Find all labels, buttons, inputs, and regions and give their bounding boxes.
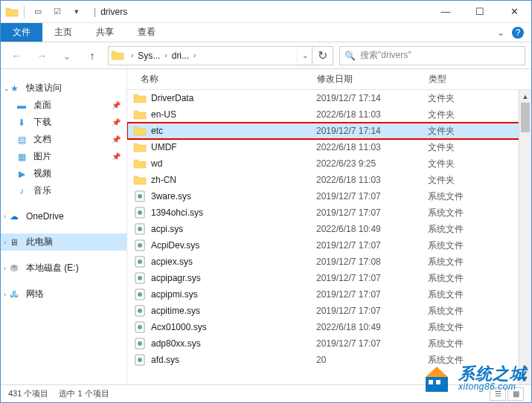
file-row[interactable]: en-US2022/6/18 11:03文件夹 xyxy=(127,106,531,123)
sidebar-videos[interactable]: ▶ 视频 xyxy=(1,165,126,182)
file-row[interactable]: etc2019/12/7 17:14文件夹 xyxy=(127,123,531,139)
minimize-button[interactable]: — xyxy=(429,1,463,23)
file-row[interactable]: 1394ohci.sys2019/12/7 17:07系统文件 xyxy=(127,204,531,221)
network-icon: 🖧 xyxy=(8,288,20,300)
scroll-up-icon[interactable]: ▲ xyxy=(519,90,531,103)
pin-icon: 📌 xyxy=(112,101,121,109)
search-input[interactable]: 🔍 搜索"drivers" xyxy=(339,46,525,65)
column-date[interactable]: 修改日期 xyxy=(317,73,429,86)
main-area: ⌄ ★ 快速访问 ▬ 桌面 📌 ⬇ 下载 📌 ▤ 文档 📌 ▦ 图片 xyxy=(1,69,531,384)
column-type[interactable]: 类型 xyxy=(429,73,531,86)
recent-locations-button[interactable]: ⌄ xyxy=(57,46,77,65)
quick-access-toolbar: ▭ ☑ ▾ xyxy=(1,4,89,20)
sidebar-item-label: 本地磁盘 (E:) xyxy=(26,262,79,274)
file-name: adp80xx.sys xyxy=(151,338,316,349)
file-type: 系统文件 xyxy=(428,256,531,268)
status-selected-count: 选中 1 个项目 xyxy=(59,388,109,399)
sidebar: ⌄ ★ 快速访问 ▬ 桌面 📌 ⬇ 下载 📌 ▤ 文档 📌 ▦ 图片 xyxy=(1,69,127,384)
chevron-down-icon[interactable]: ⌄ xyxy=(4,85,10,92)
sidebar-downloads[interactable]: ⬇ 下载 📌 xyxy=(1,114,126,131)
qat-check-icon[interactable]: ☑ xyxy=(49,4,65,20)
breadcrumb-chevron-icon[interactable]: › xyxy=(190,51,199,59)
ribbon-expand-icon[interactable]: ⌄ xyxy=(497,28,504,38)
up-button[interactable]: ↑ xyxy=(83,46,102,65)
file-row[interactable]: acpi.sys2022/6/18 10:49系统文件 xyxy=(127,221,531,237)
chevron-right-icon[interactable]: › xyxy=(4,291,6,298)
file-row[interactable]: acpipmi.sys2019/12/7 17:07系统文件 xyxy=(127,286,531,303)
file-type: 文件夹 xyxy=(428,125,531,138)
sidebar-desktop[interactable]: ▬ 桌面 📌 xyxy=(1,97,126,114)
window-title: drivers xyxy=(100,7,127,17)
file-date: 2019/12/7 17:07 xyxy=(316,273,428,283)
sidebar-item-label: 快速访问 xyxy=(26,82,62,94)
file-date: 2019/12/7 17:07 xyxy=(316,306,428,316)
help-icon[interactable]: ? xyxy=(512,27,524,39)
sysfile-icon xyxy=(133,206,147,219)
file-row[interactable]: AcpiDev.sys2019/12/7 17:07系统文件 xyxy=(127,237,531,254)
sidebar-music[interactable]: ♪ 音乐 xyxy=(1,182,126,199)
column-name[interactable]: 名称 xyxy=(127,73,317,86)
maximize-button[interactable]: ☐ xyxy=(463,1,497,23)
file-date: 2019/12/7 17:14 xyxy=(316,126,428,136)
file-row[interactable]: DriverData2019/12/7 17:14文件夹 xyxy=(127,90,531,106)
file-date: 2019/12/7 17:14 xyxy=(316,93,428,103)
sidebar-onedrive[interactable]: › ☁ OneDrive xyxy=(1,208,126,225)
refresh-button[interactable]: ↻ xyxy=(312,47,333,65)
tab-view[interactable]: 查看 xyxy=(126,23,167,42)
svg-point-15 xyxy=(138,309,142,313)
breadcrumb-seg1[interactable]: Sys... xyxy=(136,47,161,65)
file-row[interactable]: acpiex.sys2019/12/7 17:08系统文件 xyxy=(127,254,531,270)
back-button[interactable]: ← xyxy=(7,46,26,65)
address-bar[interactable]: › Sys... › dri... › ⌄ ↻ xyxy=(108,46,333,65)
svg-point-3 xyxy=(138,210,142,215)
breadcrumb-chevron-icon[interactable]: › xyxy=(128,51,136,59)
tab-share[interactable]: 共享 xyxy=(84,23,126,42)
address-dropdown-icon[interactable]: ⌄ xyxy=(297,47,312,65)
sidebar-local-disk[interactable]: › ⛃ 本地磁盘 (E:) xyxy=(1,259,126,277)
search-placeholder: 搜索"drivers" xyxy=(360,49,411,62)
file-row[interactable]: wd2022/6/23 9:25文件夹 xyxy=(127,155,531,172)
file-date: 2019/12/7 17:07 xyxy=(316,289,428,300)
scroll-track[interactable] xyxy=(519,103,531,372)
file-list[interactable]: DriverData2019/12/7 17:14文件夹en-US2022/6/… xyxy=(127,90,531,384)
qat-dropdown-icon[interactable]: ▾ xyxy=(68,4,85,20)
file-name: DriverData xyxy=(151,93,316,103)
sidebar-quick-access[interactable]: ⌄ ★ 快速访问 xyxy=(1,80,126,97)
file-row[interactable]: acpitime.sys2019/12/7 17:07系统文件 xyxy=(127,303,531,319)
tab-file[interactable]: 文件 xyxy=(1,23,42,42)
file-pane: 名称 修改日期 类型 DriverData2019/12/7 17:14文件夹e… xyxy=(127,69,531,384)
file-type: 系统文件 xyxy=(428,338,531,350)
pin-icon: 📌 xyxy=(112,152,121,161)
ribbon-right: ⌄ ? xyxy=(497,23,531,42)
scroll-thumb[interactable] xyxy=(521,103,530,132)
file-row[interactable]: adp80xx.sys2019/12/7 17:07系统文件 xyxy=(127,335,531,352)
breadcrumb-seg2[interactable]: dri... xyxy=(170,47,190,65)
sidebar-network[interactable]: › 🖧 网络 xyxy=(1,286,126,303)
sidebar-documents[interactable]: ▤ 文档 📌 xyxy=(1,131,126,148)
file-name: zh-CN xyxy=(151,175,316,185)
chevron-right-icon[interactable]: › xyxy=(4,239,6,246)
file-row[interactable]: Acx01000.sys2022/6/18 10:49系统文件 xyxy=(127,319,531,335)
watermark: 系统之城 xitong86.com xyxy=(421,362,527,395)
file-row[interactable]: UMDF2022/6/18 11:03文件夹 xyxy=(127,139,531,155)
breadcrumb-chevron-icon[interactable]: › xyxy=(161,51,170,59)
forward-button[interactable]: → xyxy=(32,46,51,65)
vertical-scrollbar[interactable]: ▲ ▼ xyxy=(519,90,531,384)
file-type: 文件夹 xyxy=(428,109,531,121)
qat-properties-icon[interactable]: ▭ xyxy=(30,4,46,20)
svg-point-1 xyxy=(138,194,142,199)
sysfile-icon xyxy=(133,304,147,317)
pin-icon: 📌 xyxy=(112,118,121,126)
file-row[interactable]: acpipagr.sys2019/12/7 17:07系统文件 xyxy=(127,270,531,286)
sidebar-pictures[interactable]: ▦ 图片 📌 xyxy=(1,148,126,165)
close-button[interactable]: ✕ xyxy=(497,1,531,23)
tab-home[interactable]: 主页 xyxy=(42,23,84,42)
file-row[interactable]: 3ware.sys2019/12/7 17:07系统文件 xyxy=(127,188,531,204)
sidebar-this-pc[interactable]: › 🖥 此电脑 xyxy=(1,233,126,251)
file-row[interactable]: zh-CN2022/6/18 11:03文件夹 xyxy=(127,172,531,188)
sidebar-item-label: 视频 xyxy=(33,167,51,180)
chevron-right-icon[interactable]: › xyxy=(4,213,6,220)
file-name: Acx01000.sys xyxy=(151,322,316,332)
chevron-right-icon[interactable]: › xyxy=(4,265,6,272)
file-name: acpipmi.sys xyxy=(151,289,316,300)
